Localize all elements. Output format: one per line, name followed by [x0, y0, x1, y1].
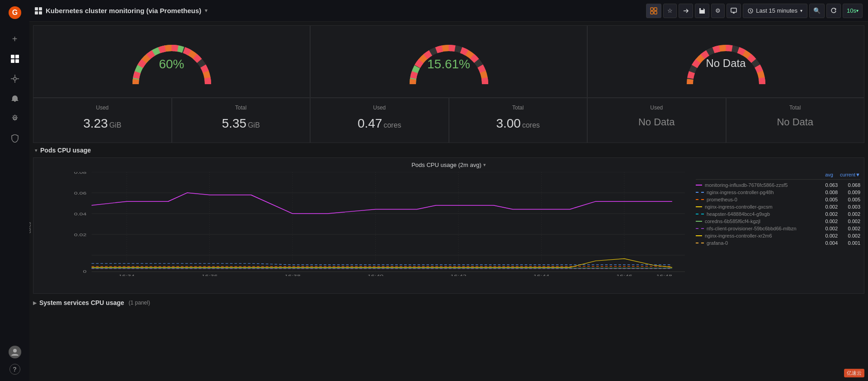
legend-item-avg: 0.002: [815, 219, 838, 224]
title-dropdown-icon[interactable]: ▾: [205, 8, 208, 14]
memory-gauge-panel: 60%: [33, 25, 310, 98]
cpu-used-value: 0.47cores: [320, 116, 439, 131]
legend-item-name: nginx-ingress-controller-gxcsm: [705, 204, 815, 210]
sidebar-item-help[interactable]: ?: [9, 364, 20, 375]
chart-title: Pods CPU usage (2m avg) ▾: [33, 162, 864, 168]
pods-section-title: Pods CPU usage: [40, 147, 91, 154]
memory-used-stat: Used 3.23GiB: [33, 98, 172, 143]
tv-mode-button[interactable]: [726, 4, 741, 18]
legend-item-current: 0.002: [838, 233, 860, 238]
save-button[interactable]: [695, 4, 709, 18]
legend-item-name: nfs-client-provisioner-59bc6bbd66-mlbzn: [707, 226, 815, 231]
svg-rect-16: [654, 11, 657, 14]
legend-item-avg: 0.002: [815, 204, 838, 210]
legend-item[interactable]: monitoring-influxdb-7676fc5866-zzsf50.06…: [696, 181, 860, 189]
chart-area: cores 0.08 0.06: [37, 172, 689, 290]
legend-item[interactable]: nginx-ingress-controller-gxcsm0.0020.003: [696, 203, 860, 210]
legend-item-name: coredns-6b585f6cf4-kgzjl: [705, 219, 815, 224]
svg-text:16:38: 16:38: [284, 273, 301, 276]
watermark: 亿速云: [844, 369, 864, 377]
legend-item-name: prometheus-0: [707, 197, 815, 202]
chart-legend: avg current▼ monitoring-influxdb-7676fc5…: [689, 172, 860, 290]
chart-body: cores 0.08 0.06: [33, 172, 864, 290]
legend-item-avg: 0.002: [815, 226, 838, 231]
refresh-button[interactable]: [826, 4, 841, 18]
legend-item[interactable]: heapster-648884bcc4-g9xgb0.0020.002: [696, 210, 860, 218]
svg-text:0.02: 0.02: [74, 232, 87, 237]
legend-item-name: monitoring-influxdb-7676fc5866-zzsf5: [705, 182, 815, 188]
mem-used-value: 3.23GiB: [42, 116, 162, 131]
svg-rect-15: [651, 11, 653, 14]
toolbar: Kubernetes cluster monitoring (via Prome…: [29, 0, 868, 22]
svg-point-6: [14, 77, 16, 80]
legend-item-current: 0.002: [838, 219, 860, 224]
main-content: Kubernetes cluster monitoring (via Prome…: [29, 0, 868, 381]
dashboard-title: Kubernetes cluster monitoring (via Prome…: [35, 7, 208, 14]
legend-item-name: nginx-ingress-controller-pg48h: [707, 190, 815, 195]
legend-item-current: 0.002: [838, 211, 860, 217]
settings-button[interactable]: ⚙: [711, 4, 725, 18]
svg-rect-13: [651, 8, 653, 10]
dashboard-content: 60% 15.61%: [29, 22, 868, 381]
add-panel-button[interactable]: [646, 4, 661, 18]
net-used-value: No Data: [597, 116, 717, 128]
svg-text:0.06: 0.06: [74, 190, 87, 195]
legend-header: avg current▼: [696, 172, 860, 180]
mem-used-label: Used: [42, 105, 162, 111]
grafana-logo[interactable]: G: [6, 4, 24, 22]
svg-text:16:40: 16:40: [368, 273, 384, 276]
cpu-used-label: Used: [320, 105, 439, 111]
legend-item-current: 0.068: [838, 182, 860, 188]
mem-total-label: Total: [181, 105, 301, 111]
legend-item-avg: 0.063: [815, 182, 838, 188]
legend-item[interactable]: nginx-ingress-controller-pg48h0.0080.009: [696, 189, 860, 196]
sidebar-item-explore[interactable]: [0, 70, 29, 88]
svg-rect-17: [731, 8, 736, 12]
y-axis-label: cores: [29, 222, 32, 233]
sidebar-item-alerting[interactable]: [0, 90, 29, 108]
legend-item-avg: 0.002: [815, 211, 838, 217]
pods-chevron-icon: ▾: [35, 148, 38, 153]
stats-row: Used 3.23GiB Total 5.35GiB Used 0.47core…: [33, 98, 864, 143]
svg-rect-5: [15, 59, 19, 63]
net-used-stat: Used No Data: [587, 98, 726, 143]
legend-item-avg: 0.008: [815, 190, 838, 195]
chart-dropdown-icon[interactable]: ▾: [483, 162, 486, 168]
legend-item[interactable]: nfs-client-provisioner-59bc6bbd66-mlbzn0…: [696, 225, 860, 232]
sidebar-item-add[interactable]: +: [0, 30, 29, 48]
dashboard-title-text: Kubernetes cluster monitoring (via Prome…: [46, 7, 201, 14]
system-section-header[interactable]: ▶ System services CPU usage (1 panel): [33, 297, 864, 308]
legend-item[interactable]: grafana-00.0040.001: [696, 239, 860, 247]
svg-text:16:36: 16:36: [202, 273, 218, 276]
cpu-total-label: Total: [458, 105, 578, 111]
legend-item-avg: 0.005: [815, 197, 838, 202]
sidebar-item-settings[interactable]: [0, 110, 29, 128]
cpu-total-value: 3.00cores: [458, 116, 578, 131]
share-button[interactable]: [679, 4, 693, 18]
cpu-total-stat: Total 3.00cores: [449, 98, 588, 143]
refresh-interval[interactable]: 10s ▾: [843, 4, 863, 18]
legend-item[interactable]: coredns-6b585f6cf4-kgzjl0.0020.002: [696, 218, 860, 225]
cpu-gauge-panel: 15.61%: [310, 25, 587, 98]
net-total-stat: Total No Data: [726, 98, 865, 143]
gauge-row: 60% 15.61%: [33, 25, 864, 98]
search-button[interactable]: 🔍: [809, 4, 825, 18]
star-button[interactable]: ☆: [663, 4, 677, 18]
svg-point-12: [13, 349, 17, 352]
time-range-picker[interactable]: Last 15 minutes ▾: [743, 4, 807, 18]
user-avatar[interactable]: [9, 346, 21, 358]
svg-text:16:44: 16:44: [533, 273, 550, 276]
sidebar-item-dashboard[interactable]: [0, 50, 29, 68]
legend-item-avg: 0.004: [815, 240, 838, 246]
mem-total-value: 5.35GiB: [181, 116, 301, 131]
sidebar-item-shield[interactable]: [0, 129, 29, 148]
pods-section-header[interactable]: ▾ Pods CPU usage: [33, 143, 864, 157]
system-section-title: System services CPU usage: [39, 299, 124, 306]
legend-item-current: 0.009: [838, 190, 860, 195]
legend-rows: monitoring-influxdb-7676fc5866-zzsf50.06…: [696, 181, 860, 247]
legend-item[interactable]: nginx-ingress-controller-xr2m60.0020.002: [696, 232, 860, 239]
legend-item[interactable]: prometheus-00.0050.005: [696, 196, 860, 203]
legend-item-current: 0.001: [838, 240, 860, 246]
legend-item-name: grafana-0: [707, 240, 815, 246]
legend-avg-header: avg: [806, 172, 833, 177]
